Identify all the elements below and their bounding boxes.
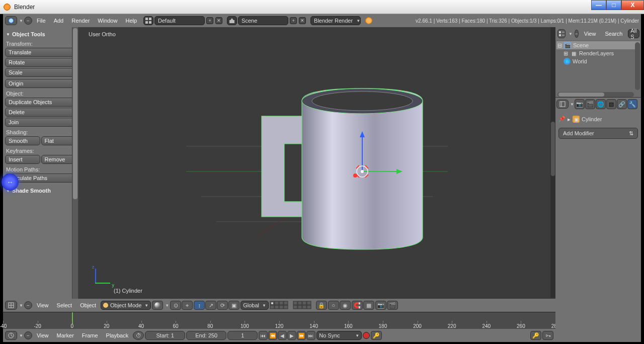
current-frame-field[interactable]: 1: [227, 331, 258, 340]
toolshelf-scrollbar[interactable]: [72, 27, 78, 312]
outliner-view-menu[interactable]: View: [581, 31, 600, 37]
add-modifier-dropdown[interactable]: Add Modifier ⇅: [558, 128, 638, 139]
play-reverse-button[interactable]: ◀: [278, 331, 287, 340]
tab-world[interactable]: 🌐: [596, 99, 606, 109]
keying-set-button[interactable]: 🔑: [371, 331, 382, 340]
duplicate-button[interactable]: Duplicate Objects: [5, 98, 76, 107]
manipulator-toggle[interactable]: ↕: [194, 301, 205, 310]
viewport-shading-button[interactable]: [152, 301, 163, 310]
keying-insert-button[interactable]: 🔑: [530, 331, 541, 340]
editor-type-selector[interactable]: [5, 331, 17, 340]
render-anim-button[interactable]: 🎬: [387, 301, 398, 310]
orientation-dropdown[interactable]: Global▼: [240, 301, 269, 310]
menu-file[interactable]: File: [33, 18, 49, 24]
scrollbar-thumb[interactable]: [73, 28, 77, 199]
window-minimize-button[interactable]: —: [591, 0, 606, 10]
end-frame-field[interactable]: End: 250: [186, 331, 226, 340]
jump-end-button[interactable]: ⏭: [306, 331, 315, 340]
outliner-search-menu[interactable]: Search: [601, 31, 626, 37]
scene-dropdown[interactable]: Scene: [238, 16, 288, 25]
layers-group-b[interactable]: [293, 301, 315, 310]
outliner-display-mode[interactable]: All S: [628, 29, 639, 38]
timeline-ruler[interactable]: -40-200204060801001201401601802002202402…: [3, 312, 555, 329]
panel-object-tools[interactable]: ▼Object Tools: [5, 29, 76, 39]
menu-add[interactable]: Add: [50, 18, 67, 24]
viewport-scrollbar[interactable]: [550, 27, 555, 298]
tree-row-scene[interactable]: ⊟🎬Scene: [556, 41, 640, 49]
sync-mode-dropdown[interactable]: No Sync▼: [316, 331, 362, 340]
shade-smooth-button[interactable]: Smooth: [5, 136, 40, 145]
start-frame-field[interactable]: Start: 1: [145, 331, 185, 340]
join-button[interactable]: Join: [5, 118, 76, 127]
keyframe-next-button[interactable]: ⏩: [297, 331, 306, 340]
scene-browse[interactable]: [227, 16, 237, 25]
expand-icon[interactable]: ⊞: [564, 50, 568, 57]
outliner-h-scrollbar[interactable]: [557, 92, 634, 97]
menu-frame[interactable]: Frame: [78, 332, 102, 338]
tab-constraints[interactable]: 🔗: [617, 99, 627, 109]
jump-start-button[interactable]: ⏮: [259, 331, 268, 340]
scrollbar-thumb[interactable]: [551, 122, 555, 176]
layout-add-button[interactable]: +: [206, 17, 213, 24]
tab-object[interactable]: ▧: [606, 99, 616, 109]
pivot-align-button[interactable]: ⌖: [182, 301, 193, 310]
tree-row-renderlayers[interactable]: ⊞▦RenderLayers: [556, 49, 640, 57]
proportional-edit-button[interactable]: ○: [328, 301, 339, 310]
keying-delete-button[interactable]: 🗝: [542, 331, 553, 340]
play-button[interactable]: ▶: [287, 331, 296, 340]
object-name[interactable]: Cylinder: [582, 116, 602, 122]
mode-dropdown[interactable]: Object Mode▼: [101, 301, 151, 310]
manipulator-rotate[interactable]: ⟳: [217, 301, 228, 310]
keyframe-prev-button[interactable]: ⏪: [268, 331, 277, 340]
manipulator-scale[interactable]: ▣: [228, 301, 239, 310]
translate-button[interactable]: Translate: [5, 48, 76, 57]
scene-delete-button[interactable]: ✕: [299, 17, 306, 24]
window-close-button[interactable]: X: [621, 0, 644, 10]
menu-marker[interactable]: Marker: [53, 332, 77, 338]
menu-help[interactable]: Help: [122, 18, 140, 24]
keyframe-insert-button[interactable]: Insert: [5, 155, 40, 164]
menu-view[interactable]: View: [33, 302, 52, 308]
tab-modifiers[interactable]: 🔧: [627, 99, 637, 109]
menu-object[interactable]: Object: [76, 302, 100, 308]
collapse-menus-button[interactable]: −: [24, 301, 32, 309]
origin-button[interactable]: Origin: [5, 79, 76, 88]
snap-toggle[interactable]: 🧲: [352, 301, 363, 310]
lock-camera-button[interactable]: 🔒: [316, 301, 327, 310]
menu-window[interactable]: Window: [94, 18, 121, 24]
outliner-tree[interactable]: ⊟🎬Scene ⊞▦RenderLayers 🌐World: [555, 40, 641, 66]
proportional-falloff-button[interactable]: ◉: [340, 301, 351, 310]
keyframe-remove-button[interactable]: Remove: [41, 155, 76, 164]
screen-layout-dropdown[interactable]: Default: [154, 16, 205, 25]
render-engine-dropdown[interactable]: Blender Render▼: [310, 16, 361, 25]
collapse-menus-button[interactable]: −: [24, 331, 32, 339]
editor-type-selector[interactable]: [556, 100, 569, 109]
delete-button[interactable]: Delete: [5, 108, 76, 117]
collapse-menus-button[interactable]: −: [24, 17, 32, 25]
pivot-point-button[interactable]: ⊙: [170, 301, 181, 310]
rotate-button[interactable]: Rotate: [5, 58, 76, 67]
snap-element-button[interactable]: ▦: [363, 301, 374, 310]
tab-render[interactable]: 📷: [575, 99, 585, 109]
screen-layout-browse[interactable]: [143, 16, 153, 25]
collapse-menus-button[interactable]: −: [575, 30, 579, 38]
editor-type-selector[interactable]: [5, 301, 17, 310]
shade-flat-button[interactable]: Flat: [41, 136, 76, 145]
window-maximize-button[interactable]: □: [606, 0, 621, 10]
pin-icon[interactable]: 📌: [558, 116, 566, 123]
menu-select[interactable]: Select: [53, 302, 76, 308]
outliner-v-scrollbar[interactable]: [635, 42, 640, 90]
editor-type-selector[interactable]: [5, 16, 17, 25]
scale-button[interactable]: Scale: [5, 68, 76, 77]
render-preview-button[interactable]: 📷: [375, 301, 386, 310]
scene-add-button[interactable]: +: [290, 17, 297, 24]
editor-type-selector[interactable]: [557, 29, 566, 38]
menu-view[interactable]: View: [33, 332, 52, 338]
tree-row-world[interactable]: 🌐World: [556, 57, 640, 65]
menu-render[interactable]: Render: [68, 18, 93, 24]
auto-keyframe-button[interactable]: [363, 332, 370, 339]
use-preview-range-button[interactable]: ⏱: [133, 331, 144, 340]
viewport[interactable]: User Ortho (1) Cylinder: [78, 27, 555, 298]
layers-group-a[interactable]: [270, 301, 292, 310]
manipulator-translate[interactable]: ↗: [205, 301, 216, 310]
